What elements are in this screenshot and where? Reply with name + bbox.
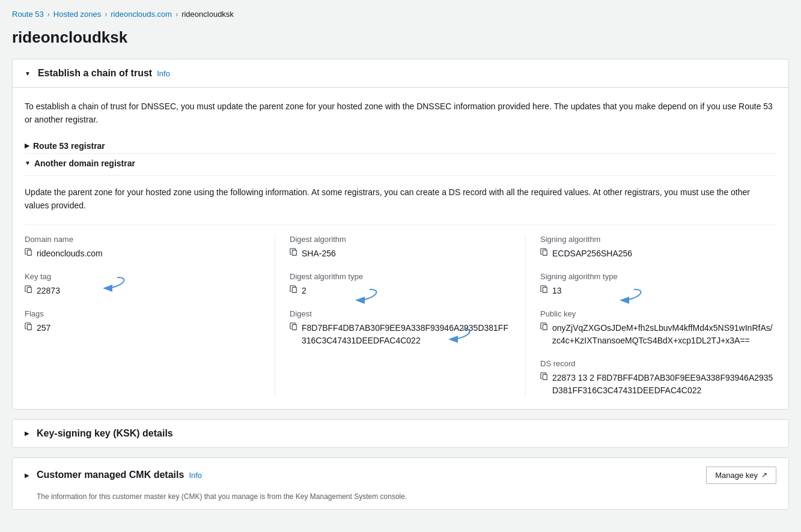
svg-rect-8 bbox=[543, 324, 547, 330]
field-digest-alg-type-label: Digest algorithm type bbox=[290, 272, 511, 281]
ksk-toggle-icon: ▶ bbox=[25, 430, 29, 437]
field-key-tag-text: 22873 bbox=[37, 285, 60, 297]
field-digest-value: F8D7BFF4DB7AB30F9EE9A338F93946A2935D381F… bbox=[290, 322, 511, 347]
chain-of-trust-title: Establish a chain of trust bbox=[38, 68, 152, 79]
field-digest-alg-type-value: 2 bbox=[290, 285, 511, 297]
field-signing-alg-type-value: 13 bbox=[540, 285, 776, 297]
chain-of-trust-panel: ▼ Establish a chain of trust Info To est… bbox=[12, 59, 789, 410]
route53-registrar-label: Route 53 registrar bbox=[33, 141, 105, 151]
field-signing-alg-value: ECDSAP256SHA256 bbox=[540, 247, 776, 260]
field-key-tag-label: Key tag bbox=[25, 272, 260, 281]
field-digest-alg-type: Digest algorithm type 2 bbox=[290, 272, 511, 297]
manage-key-button[interactable]: Manage key ↗ bbox=[706, 467, 776, 484]
sub-section: Update the parent zone for your hosted z… bbox=[25, 175, 776, 397]
field-digest-alg-value: SHA-256 bbox=[290, 247, 511, 260]
breadcrumb: Route 53 › Hosted zones › rideonclouds.c… bbox=[12, 10, 789, 19]
ksk-title: Key-signing key (KSK) details bbox=[37, 428, 173, 439]
field-domain-name-value: rideonclouds.com bbox=[25, 247, 260, 260]
svg-rect-9 bbox=[543, 374, 547, 379]
breadcrumb-domain[interactable]: rideonclouds.com bbox=[111, 10, 172, 19]
field-digest-alg-type-text: 2 bbox=[302, 285, 306, 297]
cmk-header-left: ▶ Customer managed CMK details Info bbox=[25, 470, 202, 480]
field-public-key: Public key onyZjVqZXGOsJDeM+fh2sLbuvM4kf… bbox=[540, 309, 776, 347]
breadcrumb-sep-2: › bbox=[105, 10, 107, 19]
fields-layout: Domain name rideonclouds.com bbox=[25, 225, 776, 397]
chain-of-trust-toggle: ▼ bbox=[25, 70, 31, 77]
another-domain-row[interactable]: ▼ Another domain registrar bbox=[25, 153, 776, 171]
main-wrapper: Route 53 › Hosted zones › rideonclouds.c… bbox=[12, 10, 789, 510]
col3: Signing algorithm ECDSAP256SHA256 bbox=[526, 235, 776, 397]
svg-rect-4 bbox=[292, 287, 296, 292]
copy-ds-record-icon[interactable] bbox=[540, 372, 549, 381]
svg-rect-3 bbox=[292, 250, 296, 255]
copy-digest-alg-type-icon[interactable] bbox=[290, 285, 298, 294]
breadcrumb-current: rideoncloudksk bbox=[181, 10, 234, 19]
copy-signing-alg-icon[interactable] bbox=[540, 248, 549, 256]
field-signing-alg-label: Signing algorithm bbox=[540, 235, 776, 244]
copy-key-tag-icon[interactable] bbox=[25, 285, 33, 294]
field-signing-alg-type-text: 13 bbox=[552, 285, 562, 297]
field-signing-alg-type-label: Signing algorithm type bbox=[540, 272, 776, 281]
field-digest-alg-text: SHA-256 bbox=[302, 247, 336, 260]
field-domain-name-text: rideonclouds.com bbox=[37, 247, 103, 260]
copy-digest-alg-icon[interactable] bbox=[290, 248, 298, 256]
field-digest-alg-label: Digest algorithm bbox=[290, 235, 511, 244]
field-public-key-text: onyZjVqZXGOsJDeM+fh2sLbuvM4kffMd4x5NS91w… bbox=[552, 322, 776, 347]
another-domain-label: Another domain registrar bbox=[34, 159, 135, 168]
cmk-toggle-icon: ▶ bbox=[25, 472, 29, 479]
copy-digest-icon[interactable] bbox=[290, 322, 298, 331]
svg-rect-6 bbox=[543, 250, 547, 255]
field-signing-alg-text: ECDSAP256SHA256 bbox=[552, 247, 632, 260]
cmk-header[interactable]: ▶ Customer managed CMK details Info Mana… bbox=[13, 458, 788, 492]
cmk-panel: ▶ Customer managed CMK details Info Mana… bbox=[12, 458, 789, 510]
ksk-panel: ▶ Key-signing key (KSK) details bbox=[12, 419, 789, 448]
svg-rect-0 bbox=[27, 250, 31, 255]
svg-rect-2 bbox=[27, 324, 31, 330]
copy-signing-alg-type-icon[interactable] bbox=[540, 285, 549, 294]
ksk-header[interactable]: ▶ Key-signing key (KSK) details bbox=[13, 420, 788, 447]
svg-rect-1 bbox=[27, 287, 31, 292]
breadcrumb-sep-3: › bbox=[175, 10, 178, 19]
copy-public-key-icon[interactable] bbox=[540, 322, 549, 331]
breadcrumb-route53[interactable]: Route 53 bbox=[12, 10, 44, 19]
breadcrumb-hosted-zones[interactable]: Hosted zones bbox=[53, 10, 102, 19]
field-ds-record-value: 22873 13 2 F8D7BFF4DB7AB30F9EE9A338F9394… bbox=[540, 372, 776, 397]
field-ds-record-label: DS record bbox=[540, 359, 776, 368]
field-flags: Flags 257 bbox=[25, 309, 260, 334]
route53-toggle-icon: ▶ bbox=[25, 142, 29, 149]
copy-flags-icon[interactable] bbox=[25, 322, 33, 331]
chain-of-trust-description: To establish a chain of trust for DNSSEC… bbox=[25, 100, 776, 127]
chain-of-trust-info[interactable]: Info bbox=[157, 69, 170, 78]
chain-of-trust-header[interactable]: ▼ Establish a chain of trust Info bbox=[13, 59, 788, 88]
chain-of-trust-body: To establish a chain of trust for DNSSEC… bbox=[13, 88, 788, 409]
cmk-title: Customer managed CMK details bbox=[37, 470, 184, 480]
field-flags-text: 257 bbox=[37, 322, 50, 334]
field-public-key-value: onyZjVqZXGOsJDeM+fh2sLbuvM4kffMd4x5NS91w… bbox=[540, 322, 776, 347]
field-digest: Digest F8D7BFF4DB7AB30F9EE9A338F93946A29… bbox=[290, 309, 511, 347]
field-domain-name: Domain name rideonclouds.com bbox=[25, 235, 260, 260]
field-ds-record: DS record 22873 13 2 F8D7BFF4DB7AB30F9EE… bbox=[540, 359, 776, 397]
field-public-key-label: Public key bbox=[540, 309, 776, 318]
breadcrumb-sep-1: › bbox=[47, 10, 50, 19]
field-domain-name-label: Domain name bbox=[25, 235, 260, 244]
field-flags-value: 257 bbox=[25, 322, 260, 334]
another-domain-toggle-icon: ▼ bbox=[25, 160, 31, 166]
field-key-tag-value: 22873 bbox=[25, 285, 260, 297]
field-digest-label: Digest bbox=[290, 309, 511, 318]
manage-key-label: Manage key bbox=[715, 471, 758, 480]
manage-key-external-icon: ↗ bbox=[761, 471, 767, 479]
field-digest-algorithm: Digest algorithm SHA-256 bbox=[290, 235, 511, 260]
field-key-tag: Key tag 22873 bbox=[25, 272, 260, 297]
field-signing-alg-type: Signing algorithm type 13 bbox=[540, 272, 776, 297]
field-ds-record-text: 22873 13 2 F8D7BFF4DB7AB30F9EE9A338F9394… bbox=[552, 372, 776, 397]
svg-rect-5 bbox=[292, 324, 296, 330]
field-signing-alg: Signing algorithm ECDSAP256SHA256 bbox=[540, 235, 776, 260]
cmk-sub-text: The information for this customer master… bbox=[13, 492, 788, 509]
col1: Domain name rideonclouds.com bbox=[25, 235, 275, 397]
route53-registrar-row[interactable]: ▶ Route 53 registrar bbox=[25, 136, 776, 153]
cmk-info[interactable]: Info bbox=[189, 471, 202, 480]
col2: Digest algorithm SHA-256 bbox=[275, 235, 526, 397]
copy-domain-name-icon[interactable] bbox=[25, 248, 33, 256]
page-title: rideoncloudksk bbox=[12, 28, 789, 47]
svg-rect-7 bbox=[543, 287, 547, 292]
